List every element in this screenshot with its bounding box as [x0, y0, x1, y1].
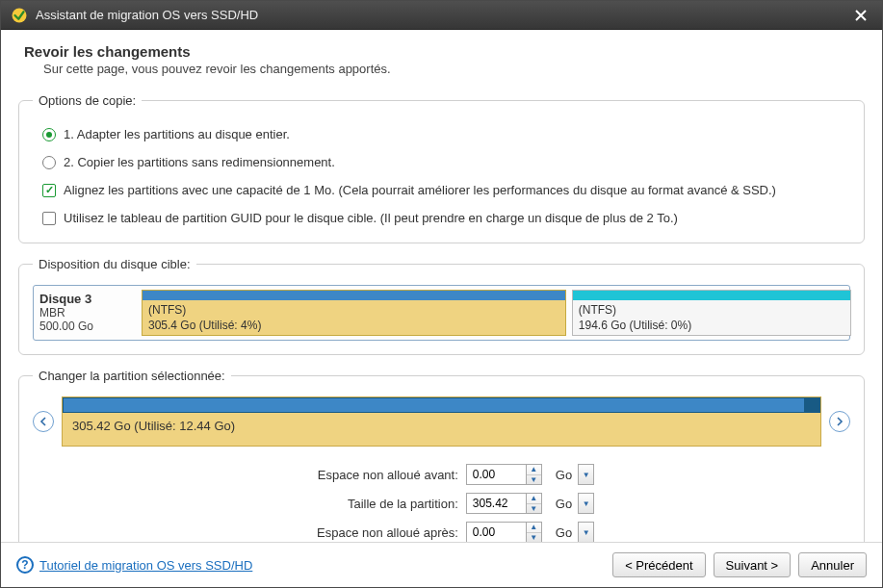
partition-0[interactable]: (NTFS)305.4 Go (Utilisé: 4%) — [142, 290, 566, 336]
window-title: Assistant de migration OS vers SSD/HD — [36, 8, 842, 22]
unit-dropdown[interactable]: ▼ — [578, 522, 594, 542]
radio-fit-entire-disk[interactable] — [42, 128, 56, 141]
titlebar: Assistant de migration OS vers SSD/HD — [1, 1, 882, 30]
unit-label: Go — [550, 468, 578, 482]
unused-before-spinner[interactable]: ▲▼ — [466, 464, 542, 485]
disk-size: 500.00 Go — [39, 320, 93, 333]
next-partition-button[interactable] — [829, 411, 850, 432]
target-disk-layout-group: Disposition du disque cible: Disque 3 MB… — [18, 257, 865, 355]
checkbox-guid-partition[interactable] — [42, 212, 56, 225]
unused-before-input[interactable] — [466, 464, 526, 485]
app-icon — [11, 7, 28, 24]
radio-copy-no-resize[interactable] — [42, 156, 56, 169]
disk-scheme: MBR — [39, 306, 65, 320]
checkbox-align-1mb[interactable] — [42, 184, 56, 197]
selected-partition-box[interactable]: 305.42 Go (Utilisé: 12.44 Go) — [62, 396, 821, 447]
unit-label: Go — [550, 525, 578, 540]
prev-partition-button[interactable] — [33, 411, 54, 432]
partition-fs: (NTFS) — [148, 302, 559, 318]
spin-up-icon[interactable]: ▲ — [527, 465, 541, 475]
disk-frame: Disque 3 MBR 500.00 Go (NTFS)305.4 Go (U… — [33, 285, 850, 341]
close-icon[interactable] — [849, 6, 872, 25]
spin-down-icon[interactable]: ▼ — [527, 533, 541, 543]
unit-dropdown[interactable]: ▼ — [578, 493, 594, 514]
spin-up-icon[interactable]: ▲ — [527, 523, 541, 533]
spin-down-icon[interactable]: ▼ — [527, 475, 541, 485]
partition-size-spinner[interactable]: ▲▼ — [466, 493, 542, 514]
copy-options-group: Options de copie: 1. Adapter les partiti… — [18, 93, 865, 243]
spin-down-icon[interactable]: ▼ — [527, 504, 541, 514]
radio-copy-no-resize-label[interactable]: 2. Copier les partitions sans redimensio… — [64, 155, 335, 169]
change-partition-group: Changer la partition sélectionnée: 305.4… — [18, 369, 865, 542]
footer: ? Tutoriel de migration OS vers SSD/HD <… — [1, 542, 882, 587]
spin-up-icon[interactable]: ▲ — [527, 494, 541, 504]
copy-options-legend: Options de copie: — [33, 93, 142, 108]
checkbox-align-1mb-label[interactable]: Alignez les partitions avec une capacité… — [64, 183, 776, 197]
tutorial-link[interactable]: Tutoriel de migration OS vers SSD/HD — [39, 558, 252, 573]
unit-label: Go — [550, 497, 578, 511]
change-partition-legend: Changer la partition sélectionnée: — [33, 369, 231, 383]
target-disk-layout-legend: Disposition du disque cible: — [33, 257, 196, 271]
partition-usage: 305.4 Go (Utilisé: 4%) — [148, 318, 559, 333]
partition-size-input[interactable] — [466, 493, 526, 514]
unused-before-label: Espace non alloué avant: — [289, 468, 458, 482]
unused-after-input[interactable] — [466, 522, 526, 542]
selected-partition-meta: 305.42 Go (Utilisé: 12.44 Go) — [63, 413, 820, 439]
partition-fs: (NTFS) — [579, 302, 844, 318]
checkbox-guid-partition-label[interactable]: Utilisez le tableau de partition GUID po… — [64, 211, 678, 225]
back-button[interactable]: < Précédent — [612, 552, 705, 577]
next-button[interactable]: Suivant > — [714, 552, 792, 577]
page-title: Revoir les changements — [18, 43, 865, 60]
partition-usage: 194.6 Go (Utilisé: 0%) — [579, 318, 844, 333]
partition-1[interactable]: (NTFS)194.6 Go (Utilisé: 0%) — [572, 290, 851, 336]
unused-after-spinner[interactable]: ▲▼ — [466, 522, 542, 542]
disk-name: Disque 3 — [39, 292, 132, 306]
radio-fit-entire-disk-label[interactable]: 1. Adapter les partitions au disque enti… — [64, 127, 290, 141]
unused-after-label: Espace non alloué après: — [289, 525, 458, 540]
unit-dropdown[interactable]: ▼ — [578, 464, 594, 485]
help-icon[interactable]: ? — [16, 556, 34, 574]
cancel-button[interactable]: Annuler — [798, 552, 867, 577]
disk-info: Disque 3 MBR 500.00 Go — [38, 290, 136, 336]
partition-size-label: Taille de la partition: — [289, 497, 458, 511]
page-description: Sur cette page, vous pouvez revoir les c… — [18, 60, 865, 80]
